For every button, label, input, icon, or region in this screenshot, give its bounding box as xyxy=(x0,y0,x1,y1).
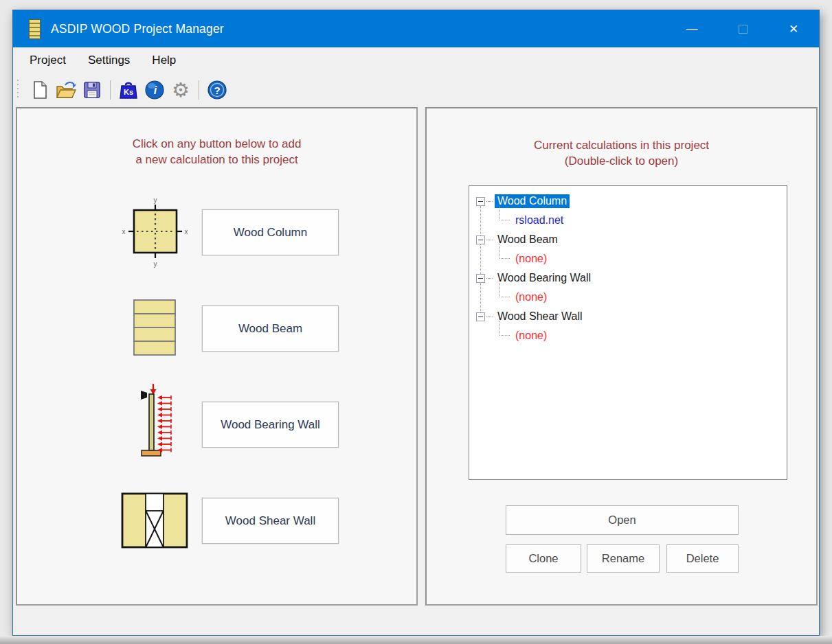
tree-connector xyxy=(499,244,510,259)
maximize-icon xyxy=(739,25,747,34)
add-calculation-panel: Click on any button below to add a new c… xyxy=(16,107,418,606)
tree-item-wood-column: Wood Column xyxy=(469,192,787,211)
tree-child-row: (none) xyxy=(469,326,787,345)
tree-connector xyxy=(486,278,493,279)
titlebar[interactable]: ASDIP WOOD Project Manager — ✕ xyxy=(13,10,819,47)
rename-button[interactable]: Rename xyxy=(587,544,660,573)
add-wood-column-button[interactable]: Wood Column xyxy=(202,209,339,255)
menu-help[interactable]: Help xyxy=(141,49,187,71)
add-wood-beam-button[interactable]: Wood Beam xyxy=(202,306,339,352)
close-button[interactable]: ✕ xyxy=(768,10,819,47)
tree-connector xyxy=(499,206,510,220)
axis-y-label: y xyxy=(154,196,157,204)
app-window: ASDIP WOOD Project Manager — ✕ Project S… xyxy=(12,10,820,636)
tree-item-wood-beam: Wood Beam xyxy=(469,230,787,249)
toolbar-grip-handle[interactable] xyxy=(16,80,20,100)
toolbar-separator xyxy=(110,80,111,100)
tree-calc-file[interactable]: rsload.net xyxy=(513,214,565,227)
info-icon[interactable]: i xyxy=(143,78,166,102)
delete-button[interactable]: Delete xyxy=(666,544,739,573)
current-calculations-panel: Current calculations in this project (Do… xyxy=(425,107,818,606)
info-glyph: i xyxy=(154,84,157,96)
clone-button[interactable]: Clone xyxy=(506,544,581,573)
tree-connector xyxy=(486,201,493,202)
collapse-toggle-icon[interactable] xyxy=(476,235,485,244)
calculations-heading-line1: Current calculations in this project xyxy=(427,137,816,153)
add-wood-shear-wall-button[interactable]: Wood Shear Wall xyxy=(202,498,339,544)
tree-child-row: rsload.net xyxy=(469,211,787,230)
tree-calc-none[interactable]: (none) xyxy=(513,329,549,343)
calculations-treebox[interactable]: Wood Column rsload.net Wood Beam (none) xyxy=(469,185,787,480)
tree-child-row: (none) xyxy=(469,249,787,268)
gear-glyph: ⚙ xyxy=(172,80,190,100)
desktop-background: ASDIP WOOD Project Manager — ✕ Project S… xyxy=(0,0,832,644)
tree-connector xyxy=(486,317,493,317)
save-project-icon[interactable] xyxy=(80,78,104,102)
axis-x-label: x xyxy=(185,228,188,235)
tree-calc-none[interactable]: (none) xyxy=(513,252,549,266)
wood-bearing-wall-icon xyxy=(110,383,199,465)
window-controls: — ✕ xyxy=(666,10,819,47)
collapse-toggle-icon[interactable] xyxy=(476,274,485,283)
tree-item-wood-shear-wall: Wood Shear Wall xyxy=(469,307,787,326)
wood-column-icon: y y x x xyxy=(110,196,199,271)
tree-connector xyxy=(486,240,493,240)
settings-gear-icon[interactable]: ⚙ xyxy=(169,78,192,102)
tree-child-row: (none) xyxy=(469,288,787,307)
add-instruction: Click on any button below to add a new c… xyxy=(17,136,416,168)
collapse-toggle-icon[interactable] xyxy=(476,197,485,206)
tree-connector xyxy=(499,283,510,297)
help-glyph: ? xyxy=(214,84,220,96)
tree-item-wood-bearing-wall: Wood Bearing Wall xyxy=(469,268,787,288)
add-instruction-line1: Click on any button below to add xyxy=(17,136,416,152)
app-logo-icon xyxy=(29,19,41,39)
window-title: ASDIP WOOD Project Manager xyxy=(51,22,224,36)
add-instruction-line2: a new calculation to this project xyxy=(17,152,416,168)
collapse-toggle-icon[interactable] xyxy=(476,312,485,321)
menu-settings[interactable]: Settings xyxy=(77,49,141,71)
ks-label: Ks xyxy=(124,88,133,96)
toolbar-separator xyxy=(199,80,199,100)
axis-y-label: y xyxy=(154,260,157,268)
menu-bar: Project Settings Help xyxy=(13,47,819,73)
tree-calc-none[interactable]: (none) xyxy=(513,290,549,304)
calculations-heading: Current calculations in this project (Do… xyxy=(427,137,816,169)
new-document-icon[interactable] xyxy=(28,78,52,102)
ks-weight-icon[interactable]: Ks xyxy=(117,78,140,102)
open-project-icon[interactable] xyxy=(54,78,78,102)
tree-connector xyxy=(499,321,510,336)
add-wood-bearing-wall-button[interactable]: Wood Bearing Wall xyxy=(202,402,339,448)
open-button[interactable]: Open xyxy=(506,505,739,535)
axis-x-label: x xyxy=(122,228,126,235)
maximize-button[interactable] xyxy=(717,10,768,47)
help-icon[interactable]: ? xyxy=(205,78,229,102)
calculations-heading-line2: (Double-click to open) xyxy=(427,153,816,169)
menu-project[interactable]: Project xyxy=(19,49,77,71)
calculations-tree: Wood Column rsload.net Wood Beam (none) xyxy=(469,186,787,479)
minimize-button[interactable]: — xyxy=(666,10,717,47)
wood-beam-icon xyxy=(110,297,199,362)
wood-shear-wall-icon xyxy=(110,492,199,552)
toolbar: Ks i ⚙ ? xyxy=(13,73,819,107)
